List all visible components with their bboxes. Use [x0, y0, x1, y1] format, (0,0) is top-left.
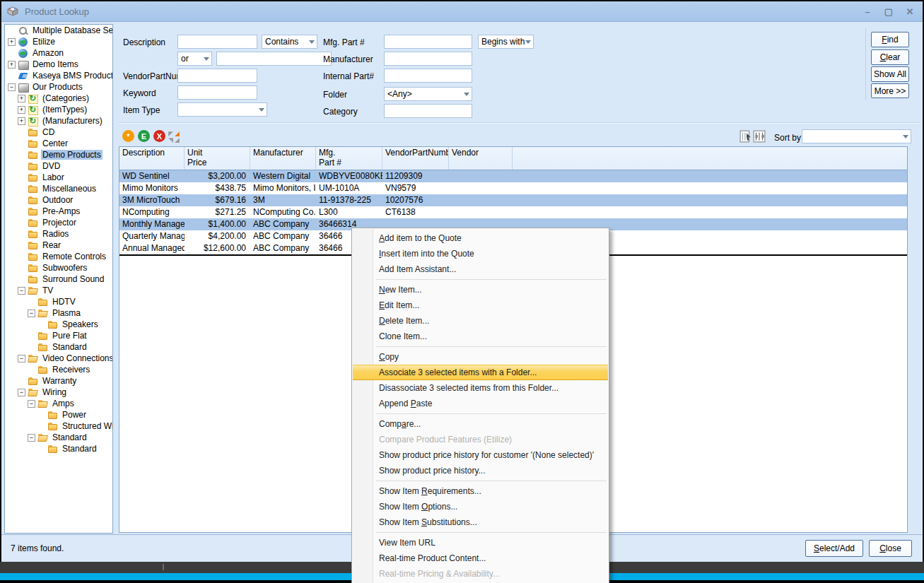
tree-item-subwoofers[interactable]: Subwoofers — [5, 262, 112, 273]
keyword-input[interactable] — [177, 86, 257, 100]
tree-item-kaseya-bms-products[interactable]: Kaseya BMS Products — [5, 70, 112, 81]
delete-item-icon[interactable]: X — [153, 130, 165, 142]
tree-item-cd[interactable]: CD — [5, 126, 112, 138]
tree-item-labor[interactable]: Labor — [5, 172, 112, 183]
select-add-button[interactable]: Select/Add — [805, 540, 863, 557]
clear-button[interactable]: Clear — [871, 49, 909, 65]
tree-item-receivers[interactable]: Receivers — [5, 364, 112, 375]
item-type-dropdown[interactable] — [177, 102, 267, 117]
tree-item-miscellaneous[interactable]: Miscellaneous — [5, 183, 112, 194]
description-second-input[interactable] — [216, 52, 332, 66]
show-all-button[interactable]: Show All — [871, 66, 909, 82]
tree-item-our-products[interactable]: −Our Products — [5, 81, 112, 93]
menu-item-compare[interactable]: Compare... — [353, 416, 608, 432]
tree-item-amazon[interactable]: Amazon — [5, 47, 112, 59]
collapse-expander-icon[interactable]: − — [8, 83, 16, 91]
table-row[interactable]: NComputing$271.25NComputing Co. LtdL300C… — [119, 206, 907, 218]
expand-expander-icon[interactable]: + — [18, 106, 25, 114]
maximize-button[interactable]: ▢ — [883, 6, 894, 17]
find-button[interactable]: Find — [871, 32, 909, 47]
or-operator-dropdown[interactable]: or — [177, 52, 212, 66]
column-header-vendorpartnumber[interactable]: VendorPartNumber — [382, 147, 449, 170]
tree-item-structured-wirin[interactable]: Structured Wirin — [5, 420, 112, 432]
column-header-vendor[interactable]: Vendor — [449, 147, 513, 170]
tree-item-rear[interactable]: Rear — [5, 240, 112, 251]
tree-item--manufacturers-[interactable]: +(Manufacturers) — [5, 115, 112, 126]
category-input[interactable] — [384, 104, 472, 118]
tree-item-projector[interactable]: Projector — [5, 217, 112, 228]
collapse-expander-icon[interactable]: − — [18, 287, 25, 295]
column-header-manufacturer[interactable]: Manufacturer — [250, 147, 316, 170]
menu-item-add-item-assistant[interactable]: Add Item Assistant... — [353, 261, 608, 277]
menu-item-show-item-options[interactable]: Show Item Options... — [353, 499, 608, 514]
tree-item-tv[interactable]: −TV — [5, 285, 112, 296]
close-icon[interactable]: ✕ — [904, 6, 916, 17]
tree-item-speakers[interactable]: Speakers — [5, 319, 112, 330]
menu-item-show-item-substitutions[interactable]: Show Item Substitutions... — [353, 514, 608, 530]
manufacturer-input[interactable] — [384, 52, 472, 66]
tree-item-wiring[interactable]: −Wiring — [5, 387, 112, 398]
expand-expander-icon[interactable]: + — [18, 117, 25, 125]
menu-item-insert-item-into-the-quote[interactable]: Insert item into the Quote — [353, 246, 608, 261]
menu-item-copy[interactable]: Copy — [353, 349, 608, 365]
tree-item-video-connections[interactable]: −Video Connections — [5, 353, 112, 364]
collapse-expander-icon[interactable]: − — [28, 400, 35, 408]
mfg-part-input[interactable] — [384, 35, 472, 49]
menu-item-append-paste[interactable]: Append Paste — [353, 396, 608, 411]
column-chooser-icon[interactable] — [739, 130, 752, 143]
menu-item-show-product-price-history-for-customer-none-selected[interactable]: Show product price history for customer … — [353, 447, 608, 463]
tree-item-standard[interactable]: Standard — [5, 443, 112, 454]
column-header-mfg-[interactable]: Mfg. Part # — [316, 147, 382, 170]
description-input[interactable] — [177, 35, 257, 49]
tree-item-remote-controls[interactable]: Remote Controls — [5, 251, 112, 262]
tree-item-demo-items[interactable]: +Demo Items — [5, 59, 112, 70]
menu-item-add-item-to-the-quote[interactable]: Add item to the Quote — [353, 230, 608, 246]
tree-item-power[interactable]: Power — [5, 409, 112, 420]
menu-item-show-product-price-history[interactable]: Show product price history... — [353, 463, 608, 478]
tree-item-amps[interactable]: −Amps — [5, 398, 112, 409]
tree-item-multiple-database-sear[interactable]: Multiple Database Sear — [5, 25, 112, 36]
tree-item-hdtv[interactable]: HDTV — [5, 296, 112, 307]
tree-item-dvd[interactable]: DVD — [5, 160, 112, 172]
expand-expander-icon[interactable]: + — [8, 61, 16, 69]
tree-item-demo-products[interactable]: Demo Products — [5, 149, 112, 160]
close-button[interactable]: Close — [869, 540, 912, 557]
menu-item-delete-item[interactable]: Delete Item... — [353, 313, 608, 329]
minimize-button[interactable]: – — [862, 6, 873, 17]
tree-item-center[interactable]: Center — [5, 138, 112, 149]
internal-part-input[interactable] — [384, 69, 472, 83]
collapse-expander-icon[interactable]: − — [18, 355, 25, 363]
menu-item-real-time-product-content[interactable]: Real-time Product Content... — [353, 550, 608, 566]
collapse-expander-icon[interactable]: − — [28, 310, 35, 317]
expand-expander-icon[interactable]: + — [18, 95, 25, 102]
menu-item-view-item-url[interactable]: View Item URL — [353, 535, 608, 550]
collapse-expander-icon[interactable]: − — [18, 389, 25, 396]
expand-expander-icon[interactable]: + — [8, 38, 16, 46]
tree-item--itemtypes-[interactable]: +(ItemTypes) — [5, 104, 112, 115]
menu-item-new-item[interactable]: New Item... — [353, 282, 608, 298]
table-row[interactable]: WD Sentinel$3,200.00Western DigitalWDBYV… — [119, 170, 907, 182]
tree-item-pre-amps[interactable]: Pre-Amps — [5, 206, 112, 217]
tree-item-standard[interactable]: −Standard — [5, 432, 112, 443]
tree-item--categories-[interactable]: +(Categories) — [5, 93, 112, 104]
table-row[interactable]: 3M MicroTouch$679.163M11-91378-225102075… — [119, 194, 907, 206]
mfg-part-match-dropdown[interactable]: Begins with — [478, 35, 534, 49]
tree-item-pure-flat[interactable]: Pure Flat — [5, 330, 112, 341]
sort-by-dropdown[interactable] — [802, 129, 911, 143]
folder-dropdown[interactable]: <Any> — [384, 87, 472, 101]
tree-item-warranty[interactable]: Warranty — [5, 375, 112, 387]
menu-item-disassociate-3-selected-items-from-this-folder[interactable]: Disassociate 3 selected items from this … — [353, 380, 608, 396]
etilize-search-icon[interactable]: E — [138, 130, 150, 142]
menu-item-clone-item[interactable]: Clone Item... — [353, 329, 608, 344]
column-header-unit[interactable]: Unit Price — [185, 147, 250, 170]
menu-item-edit-item[interactable]: Edit Item... — [353, 298, 608, 313]
tree-item-etilize[interactable]: +Etilize — [5, 36, 112, 47]
tree-item-surround-sound[interactable]: Surround Sound — [5, 273, 112, 285]
collapse-expander-icon[interactable]: − — [28, 434, 35, 442]
table-row[interactable]: Mimo Monitors$438.75Mimo Monitors, IncUM… — [119, 182, 907, 194]
more-button[interactable]: More >> — [871, 83, 909, 98]
tree-item-plasma[interactable]: −Plasma — [5, 307, 112, 319]
vendor-part-input[interactable] — [177, 69, 257, 83]
column-width-icon[interactable] — [753, 130, 766, 143]
tree-item-standard[interactable]: Standard — [5, 341, 112, 353]
